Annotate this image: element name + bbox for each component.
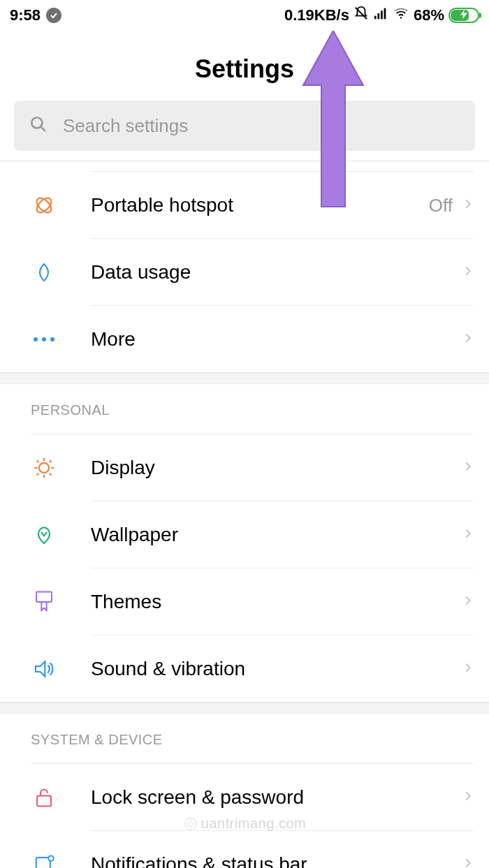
dnd-icon	[353, 6, 369, 25]
chevron-right-icon	[462, 854, 474, 868]
svg-rect-2	[377, 13, 379, 19]
row-label: Sound & vibration	[91, 658, 462, 680]
row-value: Off	[429, 195, 453, 216]
chevron-right-icon	[462, 195, 474, 216]
status-left: 9:58	[10, 6, 61, 24]
svg-line-19	[36, 460, 38, 462]
notifications-icon	[31, 851, 57, 868]
status-right: 0.19KB/s 68%	[284, 6, 479, 25]
svg-point-14	[39, 463, 49, 473]
watermark-text: uantrimang.com	[201, 816, 306, 832]
row-label: More	[91, 328, 462, 351]
row-portable-hotspot[interactable]: Portable hotspot Off	[0, 172, 489, 239]
svg-point-10	[34, 196, 54, 215]
row-sound-vibration[interactable]: Sound & vibration	[0, 635, 489, 703]
check-circle-icon	[46, 8, 61, 23]
row-data-usage[interactable]: Data usage	[0, 239, 489, 306]
cellular-icon	[373, 6, 388, 25]
page-title: Settings	[0, 54, 489, 84]
chevron-right-icon	[462, 787, 474, 808]
themes-icon	[31, 589, 57, 615]
svg-line-21	[36, 473, 38, 476]
svg-rect-4	[384, 8, 386, 20]
wifi-icon	[393, 6, 409, 25]
svg-rect-24	[37, 796, 51, 807]
chevron-right-icon	[462, 524, 474, 545]
chevron-right-icon	[462, 329, 474, 350]
row-label: Notifications & status bar	[91, 853, 462, 868]
row-more[interactable]: More	[0, 306, 489, 373]
section-header-personal: PERSONAL	[0, 384, 489, 434]
svg-rect-23	[36, 591, 52, 602]
row-label: Themes	[91, 591, 462, 613]
row-notifications[interactable]: Notifications & status bar	[0, 831, 489, 868]
row-label: Portable hotspot	[91, 194, 429, 216]
svg-line-8	[41, 126, 45, 131]
hotspot-icon	[31, 192, 57, 219]
clock: 9:58	[10, 6, 41, 24]
row-label: Lock screen & password	[91, 786, 462, 809]
svg-point-29	[188, 821, 193, 826]
row-label: Display	[91, 457, 462, 479]
watermark: uantrimang.com	[183, 816, 306, 832]
svg-rect-3	[381, 10, 383, 19]
row-wallpaper[interactable]: Wallpaper	[0, 501, 489, 568]
row-themes[interactable]: Themes	[0, 568, 489, 635]
svg-point-13	[50, 337, 54, 341]
svg-rect-1	[374, 16, 377, 20]
search-bar[interactable]	[14, 101, 475, 151]
lock-icon	[31, 784, 57, 811]
svg-marker-6	[460, 10, 467, 20]
chevron-right-icon	[462, 262, 474, 283]
svg-line-22	[50, 460, 52, 462]
search-icon	[29, 115, 48, 136]
svg-point-26	[48, 856, 54, 862]
display-icon	[31, 455, 57, 481]
svg-point-11	[34, 337, 38, 341]
sound-icon	[31, 656, 57, 682]
svg-point-7	[31, 117, 42, 128]
more-icon	[31, 326, 57, 353]
chevron-right-icon	[462, 591, 474, 612]
row-label: Wallpaper	[91, 524, 462, 546]
section-header-system-device: SYSTEM & DEVICE	[0, 714, 489, 763]
chevron-right-icon	[462, 457, 474, 478]
row-label: Data usage	[91, 261, 462, 284]
wallpaper-icon	[31, 522, 57, 548]
battery-icon	[448, 8, 479, 23]
svg-point-28	[185, 818, 197, 830]
search-input[interactable]	[63, 115, 460, 137]
svg-point-5	[400, 17, 402, 18]
chevron-right-icon	[462, 659, 474, 679]
status-bar: 9:58 0.19KB/s 68%	[0, 0, 489, 27]
row-display[interactable]: Display	[0, 434, 489, 501]
data-rate: 0.19KB/s	[284, 6, 349, 24]
svg-point-12	[42, 337, 46, 341]
battery-percent: 68%	[414, 6, 444, 24]
svg-line-20	[50, 473, 52, 476]
data-usage-icon	[31, 259, 57, 286]
